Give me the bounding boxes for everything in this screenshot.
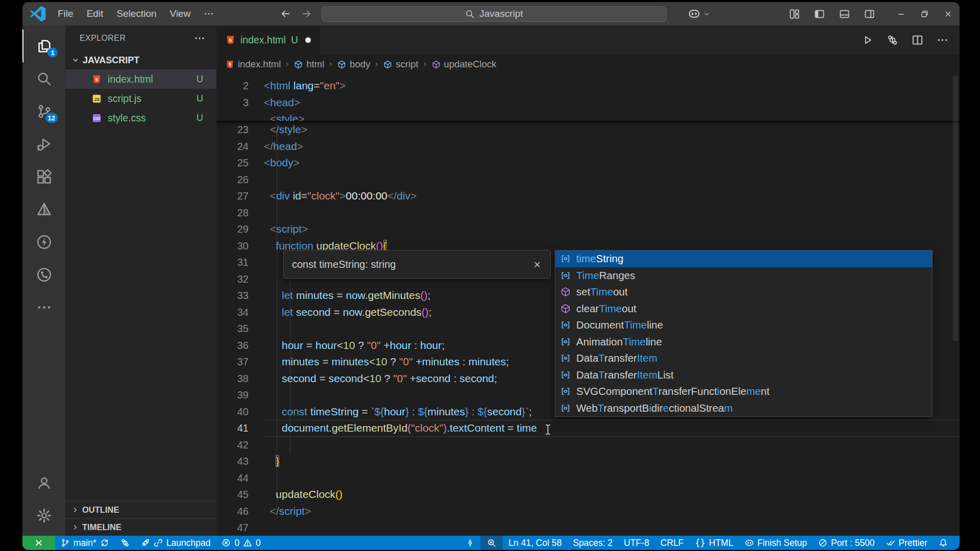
activity-item-account[interactable] xyxy=(22,466,65,499)
activity-item-source-control[interactable]: 12 xyxy=(22,95,65,128)
encoding-status[interactable]: UTF-8 xyxy=(618,536,655,550)
folder-section-javascript[interactable]: JAVASCRIPT xyxy=(65,51,216,69)
launchpad-status[interactable]: Launchpad xyxy=(135,536,216,550)
notifications-status[interactable] xyxy=(933,536,953,550)
suggest-item[interactable]: SVGComponentTransferFunctionElement xyxy=(555,383,932,400)
code-line-25[interactable]: 25<body> xyxy=(216,155,960,171)
code-line-27[interactable]: 27 <div id="clock">00:00:00</div> xyxy=(216,188,960,205)
menu-edit[interactable]: Edit xyxy=(80,2,110,26)
suggest-item[interactable]: DataTransferItem xyxy=(555,350,932,367)
breadcrumb-body[interactable]: body xyxy=(337,59,370,70)
suggest-item[interactable]: AnimationTimeline xyxy=(555,334,932,350)
split-editor-button[interactable] xyxy=(912,34,923,46)
code-token: ? xyxy=(355,339,367,351)
plug-status[interactable] xyxy=(460,536,480,550)
tab-index-html[interactable]: 5 index.html U xyxy=(216,26,320,54)
command-center-search[interactable]: Javascript xyxy=(322,6,667,22)
toggle-panel-button[interactable] xyxy=(839,9,850,19)
outline-section[interactable]: OUTLINE xyxy=(65,501,216,518)
code-line-41[interactable]: 41 document.getElementById("clock").text… xyxy=(216,420,960,437)
activity-item-more[interactable] xyxy=(22,291,65,323)
toggle-sidebar-left-button[interactable] xyxy=(814,9,825,19)
suggest-item[interactable]: DocumentTimeline xyxy=(555,317,932,334)
code-line-42[interactable]: 42 xyxy=(216,437,960,454)
run-button[interactable] xyxy=(862,34,873,46)
activity-item-run-debug[interactable] xyxy=(22,128,65,160)
code-token: 10 xyxy=(370,372,381,384)
code-line-45[interactable]: 45 updateClock() xyxy=(216,486,960,503)
svg-text:5: 5 xyxy=(229,62,231,67)
code-line-26[interactable]: 26 xyxy=(216,171,960,188)
menu-view[interactable]: View xyxy=(163,2,198,26)
toggle-sidebar-right-button[interactable] xyxy=(864,9,875,19)
restore-button[interactable] xyxy=(913,2,936,26)
code-line-24[interactable]: 24</head> xyxy=(216,138,960,155)
activity-item-search[interactable] xyxy=(22,62,65,95)
editor-scrollbar[interactable] xyxy=(953,76,958,341)
breadcrumb-script[interactable]: script xyxy=(383,59,418,70)
customize-layout-button[interactable] xyxy=(789,9,800,19)
code-line-47[interactable]: 47 xyxy=(216,519,960,536)
chevron-right-s-icon-wrap xyxy=(283,60,291,68)
activity-item-settings[interactable] xyxy=(22,499,65,532)
file-row-style-css[interactable]: CSSstyle.cssU xyxy=(65,108,216,128)
activity-item-prism[interactable] xyxy=(22,193,65,226)
menu-more[interactable] xyxy=(197,2,220,26)
js-icon: JS xyxy=(92,94,102,104)
suggest-item[interactable]: setTimeout xyxy=(555,284,932,300)
file-row-script-js[interactable]: JSscript.jsU xyxy=(65,89,216,108)
eol-status[interactable]: CRLF xyxy=(655,536,690,550)
code-token xyxy=(264,505,270,517)
launchpad-label: Launchpad xyxy=(166,538,211,548)
vscode-logo[interactable] xyxy=(29,5,47,23)
menu-selection[interactable]: Selection xyxy=(110,2,163,26)
suggest-item[interactable]: clearTimeout xyxy=(555,300,932,317)
suggest-item[interactable]: timeString xyxy=(555,251,932,267)
formatter-status[interactable]: Prettier xyxy=(880,536,933,550)
explorer-more-actions-button[interactable] xyxy=(194,33,205,44)
activity-item-explorer[interactable]: 1 xyxy=(22,30,65,62)
close-icon[interactable] xyxy=(532,260,542,269)
code-line-43[interactable]: 43 } xyxy=(216,453,960,470)
copilot-setup-status[interactable]: Finish Setup xyxy=(739,536,813,550)
close-button[interactable] xyxy=(936,2,960,26)
suggest-item[interactable]: WebTransportBidirectionalStream xyxy=(555,400,932,417)
more-actions-button[interactable] xyxy=(937,34,948,46)
activity-item-thunder-client[interactable] xyxy=(22,226,65,258)
file-row-index-html[interactable]: 5index.htmlU xyxy=(65,69,216,89)
zoom-status[interactable] xyxy=(480,536,503,550)
line-number: 2 xyxy=(216,78,264,94)
code-line-3[interactable]: 3<head> xyxy=(216,94,960,111)
git-compare-status[interactable] xyxy=(115,536,135,550)
activity-item-git-graph[interactable] xyxy=(22,258,65,291)
cursor-position-status[interactable]: Ln 41, Col 58 xyxy=(503,536,567,550)
modified-dot-icon[interactable] xyxy=(305,37,311,43)
code-line-44[interactable]: 44 xyxy=(216,470,960,487)
code-line-23[interactable]: 23 </style> xyxy=(216,121,960,138)
suggest-item[interactable]: TimeRanges xyxy=(555,267,932,284)
minimize-button[interactable] xyxy=(889,2,913,26)
problems-status[interactable]: 0 0 xyxy=(216,536,266,550)
breadcrumb-html[interactable]: html xyxy=(294,59,324,70)
activity-item-extensions[interactable] xyxy=(22,160,65,193)
timeline-section[interactable]: TIMELINE xyxy=(65,518,216,536)
code-line-2[interactable]: 2<html lang="en"> xyxy=(216,78,960,94)
breadcrumb-index.html[interactable]: 5index.html xyxy=(226,59,281,70)
remote-indicator[interactable] xyxy=(22,536,55,550)
live-server-port-status[interactable]: Port : 5500 xyxy=(813,536,880,550)
code-line-28[interactable]: 28 xyxy=(216,205,960,221)
menu-file[interactable]: File xyxy=(51,2,80,26)
indentation-status[interactable]: Spaces: 2 xyxy=(567,536,618,550)
forward-button[interactable] xyxy=(301,8,312,19)
suggest-item[interactable]: DataTransferItemList xyxy=(555,367,932,384)
code-token: = xyxy=(320,356,332,367)
language-mode-status[interactable]: {} HTML xyxy=(690,536,739,550)
git-branch-status[interactable]: main* xyxy=(55,536,115,550)
code-line-46[interactable]: 46 </script> xyxy=(216,503,960,520)
back-button[interactable] xyxy=(280,8,291,19)
code-line-29[interactable]: 29 <script> xyxy=(216,221,960,238)
code-line-partial[interactable]: <style> xyxy=(216,111,960,121)
copilot-menu[interactable] xyxy=(688,8,710,20)
breadcrumb-updateClock[interactable]: updateClock xyxy=(432,59,497,70)
open-changes-button[interactable] xyxy=(887,34,898,46)
